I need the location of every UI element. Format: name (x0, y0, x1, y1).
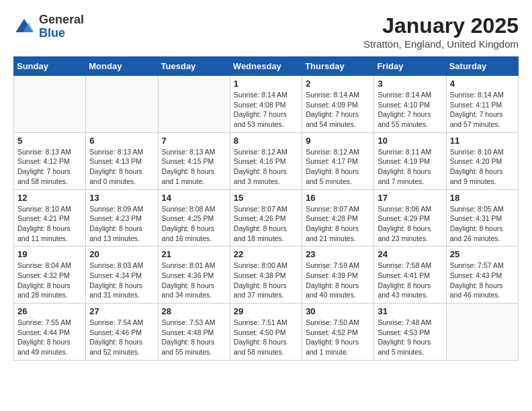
day-info: Sunrise: 7:57 AM Sunset: 4:43 PM Dayligh… (450, 261, 515, 300)
day-info: Sunrise: 8:13 AM Sunset: 4:12 PM Dayligh… (17, 147, 82, 187)
logo: General Blue (13, 13, 84, 40)
weekday-header-sunday: Sunday (14, 57, 86, 76)
calendar-cell: 4Sunrise: 8:14 AM Sunset: 4:11 PM Daylig… (446, 76, 518, 133)
calendar-cell: 15Sunrise: 8:07 AM Sunset: 4:26 PM Dayli… (230, 189, 302, 246)
day-number: 17 (378, 193, 442, 203)
calendar-cell: 24Sunrise: 7:58 AM Sunset: 4:41 PM Dayli… (374, 246, 446, 304)
day-number: 30 (306, 306, 370, 316)
day-number: 29 (234, 306, 298, 316)
day-info: Sunrise: 8:08 AM Sunset: 4:25 PM Dayligh… (162, 204, 226, 244)
week-row-5: 26Sunrise: 7:55 AM Sunset: 4:44 PM Dayli… (14, 304, 519, 361)
calendar-cell: 26Sunrise: 7:55 AM Sunset: 4:44 PM Dayli… (14, 304, 86, 361)
week-row-3: 12Sunrise: 8:10 AM Sunset: 4:21 PM Dayli… (14, 189, 519, 246)
day-info: Sunrise: 8:13 AM Sunset: 4:13 PM Dayligh… (89, 147, 154, 187)
calendar-cell: 3Sunrise: 8:14 AM Sunset: 4:10 PM Daylig… (374, 76, 446, 133)
calendar-cell (158, 76, 230, 133)
day-info: Sunrise: 7:58 AM Sunset: 4:41 PM Dayligh… (378, 261, 442, 300)
logo-blue: Blue (39, 26, 65, 40)
day-number: 21 (162, 249, 226, 259)
day-info: Sunrise: 7:48 AM Sunset: 4:53 PM Dayligh… (378, 318, 442, 357)
calendar-cell: 13Sunrise: 8:09 AM Sunset: 4:23 PM Dayli… (86, 189, 158, 246)
day-number: 18 (450, 193, 515, 203)
day-info: Sunrise: 8:09 AM Sunset: 4:23 PM Dayligh… (89, 204, 154, 244)
day-info: Sunrise: 8:04 AM Sunset: 4:32 PM Dayligh… (17, 261, 82, 300)
location-subtitle: Stratton, England, United Kingdom (363, 38, 519, 50)
week-row-1: 1Sunrise: 8:14 AM Sunset: 4:08 PM Daylig… (14, 76, 519, 133)
weekday-header-saturday: Saturday (446, 57, 518, 76)
day-info: Sunrise: 8:14 AM Sunset: 4:11 PM Dayligh… (450, 90, 515, 130)
calendar-cell: 19Sunrise: 8:04 AM Sunset: 4:32 PM Dayli… (14, 246, 86, 304)
day-number: 3 (378, 79, 442, 89)
day-number: 19 (17, 249, 82, 259)
calendar-cell: 12Sunrise: 8:10 AM Sunset: 4:21 PM Dayli… (14, 189, 86, 246)
day-info: Sunrise: 8:14 AM Sunset: 4:08 PM Dayligh… (234, 90, 298, 130)
calendar-cell: 7Sunrise: 8:13 AM Sunset: 4:15 PM Daylig… (158, 132, 230, 189)
page-header: General Blue January 2025 Stratton, Engl… (13, 13, 519, 50)
calendar-cell: 21Sunrise: 8:01 AM Sunset: 4:36 PM Dayli… (158, 246, 230, 304)
day-number: 4 (450, 79, 515, 89)
day-info: Sunrise: 8:13 AM Sunset: 4:15 PM Dayligh… (162, 147, 226, 187)
calendar-cell: 30Sunrise: 7:50 AM Sunset: 4:52 PM Dayli… (302, 304, 374, 361)
calendar-cell: 10Sunrise: 8:11 AM Sunset: 4:19 PM Dayli… (374, 132, 446, 189)
day-info: Sunrise: 7:54 AM Sunset: 4:46 PM Dayligh… (89, 318, 154, 357)
calendar-cell (14, 76, 86, 133)
calendar-cell (446, 304, 518, 361)
day-number: 26 (17, 306, 82, 316)
calendar-cell: 29Sunrise: 7:51 AM Sunset: 4:50 PM Dayli… (230, 304, 302, 361)
day-number: 6 (89, 136, 154, 146)
calendar-cell: 17Sunrise: 8:06 AM Sunset: 4:29 PM Dayli… (374, 189, 446, 246)
calendar-cell: 28Sunrise: 7:53 AM Sunset: 4:48 PM Dayli… (158, 304, 230, 361)
weekday-header-wednesday: Wednesday (230, 57, 302, 76)
calendar-cell: 23Sunrise: 7:59 AM Sunset: 4:39 PM Dayli… (302, 246, 374, 304)
day-number: 2 (306, 79, 370, 89)
calendar-cell: 20Sunrise: 8:03 AM Sunset: 4:34 PM Dayli… (86, 246, 158, 304)
day-info: Sunrise: 8:05 AM Sunset: 4:31 PM Dayligh… (450, 204, 515, 244)
calendar-cell: 9Sunrise: 8:12 AM Sunset: 4:17 PM Daylig… (302, 132, 374, 189)
logo-general: General (39, 13, 84, 26)
day-number: 7 (162, 136, 226, 146)
day-info: Sunrise: 8:03 AM Sunset: 4:34 PM Dayligh… (89, 261, 154, 300)
day-number: 25 (450, 249, 515, 259)
weekday-header-friday: Friday (374, 57, 446, 76)
day-number: 20 (89, 249, 154, 259)
calendar-cell: 31Sunrise: 7:48 AM Sunset: 4:53 PM Dayli… (374, 304, 446, 361)
day-number: 10 (378, 136, 442, 146)
calendar-cell: 2Sunrise: 8:14 AM Sunset: 4:09 PM Daylig… (302, 76, 374, 133)
calendar-cell: 5Sunrise: 8:13 AM Sunset: 4:12 PM Daylig… (14, 132, 86, 189)
calendar-cell: 16Sunrise: 8:07 AM Sunset: 4:28 PM Dayli… (302, 189, 374, 246)
day-number: 28 (162, 306, 226, 316)
day-info: Sunrise: 8:14 AM Sunset: 4:10 PM Dayligh… (378, 90, 442, 130)
calendar-cell (86, 76, 158, 133)
day-info: Sunrise: 7:55 AM Sunset: 4:44 PM Dayligh… (17, 318, 82, 357)
day-info: Sunrise: 8:14 AM Sunset: 4:09 PM Dayligh… (306, 90, 370, 130)
calendar-cell: 18Sunrise: 8:05 AM Sunset: 4:31 PM Dayli… (446, 189, 518, 246)
calendar-cell: 25Sunrise: 7:57 AM Sunset: 4:43 PM Dayli… (446, 246, 518, 304)
day-number: 13 (89, 193, 154, 203)
month-title: January 2025 (363, 13, 519, 38)
day-info: Sunrise: 7:51 AM Sunset: 4:50 PM Dayligh… (234, 318, 298, 357)
weekday-header-tuesday: Tuesday (158, 57, 230, 76)
day-number: 31 (378, 306, 442, 316)
calendar-cell: 11Sunrise: 8:10 AM Sunset: 4:20 PM Dayli… (446, 132, 518, 189)
day-number: 14 (162, 193, 226, 203)
day-info: Sunrise: 8:07 AM Sunset: 4:26 PM Dayligh… (234, 204, 298, 244)
day-number: 24 (378, 249, 442, 259)
day-info: Sunrise: 8:07 AM Sunset: 4:28 PM Dayligh… (306, 204, 370, 244)
day-number: 11 (450, 136, 515, 146)
day-number: 27 (89, 306, 154, 316)
day-info: Sunrise: 8:12 AM Sunset: 4:17 PM Dayligh… (306, 147, 370, 187)
calendar-cell: 14Sunrise: 8:08 AM Sunset: 4:25 PM Dayli… (158, 189, 230, 246)
calendar-header-row: SundayMondayTuesdayWednesdayThursdayFrid… (14, 57, 519, 76)
day-number: 12 (17, 193, 82, 203)
calendar-table: SundayMondayTuesdayWednesdayThursdayFrid… (13, 56, 519, 361)
title-block: January 2025 Stratton, England, United K… (363, 13, 519, 50)
day-info: Sunrise: 7:50 AM Sunset: 4:52 PM Dayligh… (306, 318, 370, 357)
week-row-4: 19Sunrise: 8:04 AM Sunset: 4:32 PM Dayli… (14, 246, 519, 304)
calendar-cell: 1Sunrise: 8:14 AM Sunset: 4:08 PM Daylig… (230, 76, 302, 133)
day-info: Sunrise: 8:10 AM Sunset: 4:21 PM Dayligh… (17, 204, 82, 244)
day-info: Sunrise: 8:01 AM Sunset: 4:36 PM Dayligh… (162, 261, 226, 300)
day-info: Sunrise: 8:10 AM Sunset: 4:20 PM Dayligh… (450, 147, 515, 187)
day-number: 5 (17, 136, 82, 146)
day-number: 22 (234, 249, 298, 259)
logo-text: General Blue (39, 13, 84, 40)
